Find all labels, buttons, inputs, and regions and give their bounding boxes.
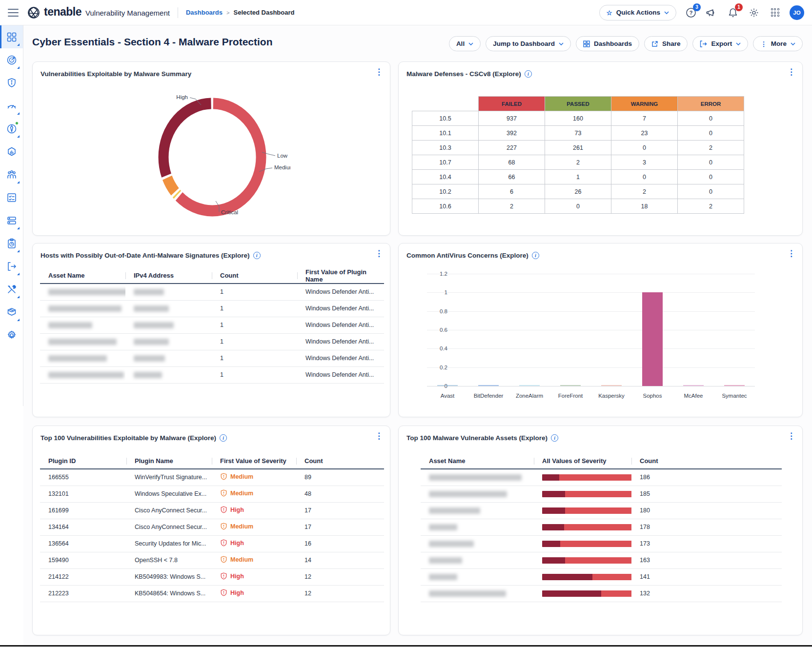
notifications-button[interactable]: 1 <box>727 6 739 19</box>
table-row[interactable]: 180 <box>421 502 782 519</box>
severity-stacked-bar[interactable] <box>542 557 631 564</box>
column-header: Asset Name <box>40 268 125 284</box>
table-row[interactable]: 185 <box>421 486 782 502</box>
notifications-badge: 1 <box>735 3 743 11</box>
jump-to-dashboard-button[interactable]: Jump to Dashboard <box>486 36 571 51</box>
export-icon <box>6 261 18 272</box>
sidebar-item-servers[interactable] <box>0 209 23 232</box>
severity-stacked-bar[interactable] <box>542 474 631 481</box>
apps-grid-button[interactable] <box>769 6 781 19</box>
menu-hamburger-icon[interactable] <box>8 9 19 17</box>
table-row[interactable]: 134164Cisco AnyConnect Secur...Medium17 <box>40 519 384 535</box>
sidebar-item-findings[interactable] <box>0 48 23 71</box>
sidebar-item-containers[interactable] <box>0 140 23 163</box>
table-row[interactable]: 10.593716070 <box>412 111 744 126</box>
widget-menu-kebab-icon[interactable]: ⋮ <box>787 68 795 76</box>
cell-plugin-name: KB5048654: Windows S... <box>126 585 212 602</box>
table-row[interactable]: 161699Cisco AnyConnect Secur...High17 <box>40 502 384 519</box>
sidebar-item-tools[interactable] <box>0 278 23 301</box>
announcements-button[interactable] <box>706 6 718 19</box>
severity-stacked-bar[interactable] <box>542 491 631 497</box>
table-row[interactable]: 10.620182 <box>412 199 744 214</box>
table-row[interactable]: 1Windows Defender Anti... <box>40 284 384 300</box>
table-row[interactable]: 1Windows Defender Anti... <box>40 317 384 333</box>
table-row[interactable]: 136564Security Updates for Mic...High16 <box>40 535 384 552</box>
quick-actions-button[interactable]: ☆ Quick Actions <box>599 5 676 20</box>
table-row[interactable]: 10.768230 <box>412 155 744 170</box>
bar-sophos[interactable] <box>642 292 663 386</box>
sidebar-item-exposure-gauge[interactable] <box>0 94 23 117</box>
severity-stacked-bar[interactable] <box>542 507 631 514</box>
widget-menu-kebab-icon[interactable]: ⋮ <box>375 68 383 76</box>
bar-mcafee[interactable] <box>683 385 704 386</box>
help-button[interactable]: ? 3 <box>685 6 697 19</box>
table-row[interactable]: 132101Windows Speculative Ex...Medium48 <box>40 486 384 502</box>
gridline <box>427 330 755 330</box>
table-row[interactable]: 1Windows Defender Anti... <box>40 350 384 366</box>
widget-menu-kebab-icon[interactable]: ⋮ <box>787 432 795 440</box>
cell-asset-name <box>40 284 125 300</box>
more-button[interactable]: ⋮ More <box>753 36 803 51</box>
table-row[interactable]: 186 <box>421 469 782 486</box>
cell-plugin-id: 161699 <box>40 502 126 519</box>
cell-severity-bar <box>534 502 631 519</box>
donut-label-medium: Medium <box>274 164 290 170</box>
widget-menu-kebab-icon[interactable]: ⋮ <box>787 249 795 258</box>
sidebar-item-resources[interactable] <box>0 301 23 324</box>
cell-count: 16 <box>296 535 384 552</box>
table-row[interactable]: 141 <box>421 568 782 585</box>
sidebar-item-export[interactable] <box>0 255 23 278</box>
redacted-asset-name <box>429 574 457 580</box>
export-button[interactable]: Export <box>692 36 748 51</box>
severity-stacked-bar[interactable] <box>542 574 631 580</box>
sidebar-item-assets-shield[interactable] <box>0 71 23 94</box>
sidebar-item-settings-gear[interactable] <box>0 324 23 346</box>
table-row[interactable]: 132 <box>421 585 782 602</box>
table-row[interactable]: 1Windows Defender Anti... <box>40 300 384 317</box>
sidebar-item-reports[interactable] <box>0 232 23 255</box>
table-row[interactable]: 1Windows Defender Anti... <box>40 366 384 383</box>
exposure-gauge-icon <box>6 100 18 112</box>
table-row[interactable]: 214122KB5049983: Windows S...High12 <box>40 568 384 585</box>
bar-zonealarm[interactable] <box>519 385 540 386</box>
breadcrumb-dashboards-link[interactable]: Dashboards <box>186 9 223 16</box>
bar-symantec[interactable] <box>724 385 745 386</box>
sidebar-item-users[interactable] <box>0 163 23 186</box>
avatar[interactable]: JO <box>790 5 804 20</box>
bar-forefront[interactable] <box>560 385 581 386</box>
table-row[interactable]: 10.466100 <box>412 170 744 184</box>
bar-segment-critical <box>542 507 565 514</box>
table-row[interactable]: 10.262620 <box>412 184 744 199</box>
table-row[interactable]: 159490OpenSSH < 7.8Medium14 <box>40 552 384 568</box>
info-icon[interactable]: i <box>525 70 532 78</box>
bar-kaspersky[interactable] <box>601 385 622 386</box>
table-row[interactable]: 163 <box>421 552 782 568</box>
severity-stacked-bar[interactable] <box>542 524 631 530</box>
bar-avast[interactable] <box>437 385 458 386</box>
table-row[interactable]: 166555WinVerifyTrust Signature...Medium8… <box>40 469 384 486</box>
sidebar-item-dashboards[interactable] <box>0 25 23 48</box>
share-button[interactable]: Share <box>644 36 688 51</box>
info-icon[interactable]: i <box>532 252 539 259</box>
info-icon[interactable]: i <box>220 434 227 442</box>
severity-stacked-bar[interactable] <box>542 590 631 597</box>
table-row[interactable]: 212223KB5048654: Windows S...High12 <box>40 585 384 602</box>
filter-all-button[interactable]: All <box>449 36 481 51</box>
settings-button[interactable] <box>748 6 760 19</box>
info-icon[interactable]: i <box>253 252 261 259</box>
sidebar-item-explore-compass[interactable] <box>0 117 23 140</box>
widget-malware-defenses: Malware Defenses - CSCv8 (Explore) i ⋮ F… <box>398 61 803 236</box>
dashboards-button[interactable]: Dashboards <box>576 36 639 51</box>
bar-bitdefender[interactable] <box>478 385 499 386</box>
table-row[interactable]: 10.322726102 <box>412 141 744 155</box>
table-row[interactable]: 173 <box>421 535 782 552</box>
table-row[interactable]: 10.139273230 <box>412 126 744 141</box>
sidebar-item-checklist[interactable] <box>0 186 23 209</box>
table-row[interactable]: 1Windows Defender Anti... <box>40 333 384 350</box>
severity-stacked-bar[interactable] <box>542 541 631 547</box>
info-icon[interactable]: i <box>551 434 558 442</box>
widget-menu-kebab-icon[interactable]: ⋮ <box>375 249 383 258</box>
table-row[interactable]: 178 <box>421 519 782 535</box>
donut-chart[interactable]: HighLowMediumCritical <box>134 90 290 223</box>
widget-menu-kebab-icon[interactable]: ⋮ <box>375 432 383 440</box>
